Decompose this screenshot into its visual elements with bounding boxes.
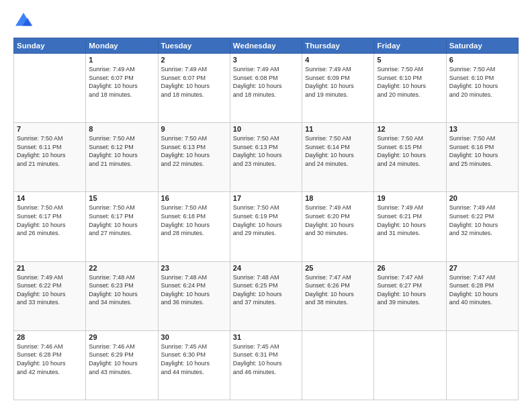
day-info: Sunrise: 7:49 AM Sunset: 6:07 PM Dayligh… xyxy=(89,65,154,99)
day-number: 1 xyxy=(89,56,154,64)
calendar-cell: 31Sunrise: 7:45 AM Sunset: 6:31 PM Dayli… xyxy=(230,330,302,400)
day-info: Sunrise: 7:49 AM Sunset: 6:22 PM Dayligh… xyxy=(17,273,83,307)
calendar-week-row: 14Sunrise: 7:50 AM Sunset: 6:17 PM Dayli… xyxy=(14,192,519,261)
calendar-cell: 10Sunrise: 7:50 AM Sunset: 6:13 PM Dayli… xyxy=(230,123,302,192)
calendar-week-row: 7Sunrise: 7:50 AM Sunset: 6:11 PM Daylig… xyxy=(14,123,519,192)
day-header-wednesday: Wednesday xyxy=(230,38,302,54)
calendar-cell: 30Sunrise: 7:45 AM Sunset: 6:30 PM Dayli… xyxy=(158,330,230,400)
day-info: Sunrise: 7:49 AM Sunset: 6:07 PM Dayligh… xyxy=(161,65,227,99)
calendar-week-row: 21Sunrise: 7:49 AM Sunset: 6:22 PM Dayli… xyxy=(14,261,519,330)
calendar-cell xyxy=(374,330,446,400)
day-info: Sunrise: 7:48 AM Sunset: 6:24 PM Dayligh… xyxy=(161,273,227,307)
day-info: Sunrise: 7:50 AM Sunset: 6:17 PM Dayligh… xyxy=(17,203,83,237)
day-number: 24 xyxy=(233,264,299,272)
calendar-week-row: 28Sunrise: 7:46 AM Sunset: 6:28 PM Dayli… xyxy=(14,330,519,400)
day-header-sunday: Sunday xyxy=(14,38,86,54)
calendar-cell: 29Sunrise: 7:46 AM Sunset: 6:29 PM Dayli… xyxy=(86,330,158,400)
calendar-cell: 11Sunrise: 7:50 AM Sunset: 6:14 PM Dayli… xyxy=(302,123,374,192)
calendar-cell: 17Sunrise: 7:50 AM Sunset: 6:19 PM Dayli… xyxy=(230,192,302,261)
day-number: 14 xyxy=(17,194,83,202)
day-number: 7 xyxy=(17,125,83,133)
day-info: Sunrise: 7:50 AM Sunset: 6:13 PM Dayligh… xyxy=(233,134,299,168)
day-number: 29 xyxy=(89,333,154,341)
day-number: 19 xyxy=(377,194,443,202)
calendar-cell: 14Sunrise: 7:50 AM Sunset: 6:17 PM Dayli… xyxy=(14,192,86,261)
calendar-cell: 1Sunrise: 7:49 AM Sunset: 6:07 PM Daylig… xyxy=(86,54,158,123)
calendar-cell: 13Sunrise: 7:50 AM Sunset: 6:16 PM Dayli… xyxy=(446,123,518,192)
calendar-cell: 15Sunrise: 7:50 AM Sunset: 6:17 PM Dayli… xyxy=(86,192,158,261)
calendar-cell xyxy=(14,54,86,123)
calendar-cell: 23Sunrise: 7:48 AM Sunset: 6:24 PM Dayli… xyxy=(158,261,230,330)
day-number: 8 xyxy=(89,125,154,133)
day-info: Sunrise: 7:49 AM Sunset: 6:08 PM Dayligh… xyxy=(233,65,299,99)
day-number: 2 xyxy=(161,56,227,64)
day-info: Sunrise: 7:50 AM Sunset: 6:12 PM Dayligh… xyxy=(89,134,154,168)
calendar-cell: 6Sunrise: 7:50 AM Sunset: 6:10 PM Daylig… xyxy=(446,54,518,123)
calendar-cell: 22Sunrise: 7:48 AM Sunset: 6:23 PM Dayli… xyxy=(86,261,158,330)
day-info: Sunrise: 7:49 AM Sunset: 6:21 PM Dayligh… xyxy=(377,203,443,237)
calendar-cell: 27Sunrise: 7:47 AM Sunset: 6:28 PM Dayli… xyxy=(446,261,518,330)
day-number: 4 xyxy=(305,56,371,64)
day-info: Sunrise: 7:50 AM Sunset: 6:19 PM Dayligh… xyxy=(233,203,299,237)
calendar-cell: 25Sunrise: 7:47 AM Sunset: 6:26 PM Dayli… xyxy=(302,261,374,330)
calendar-cell: 16Sunrise: 7:50 AM Sunset: 6:18 PM Dayli… xyxy=(158,192,230,261)
day-number: 6 xyxy=(449,56,515,64)
day-info: Sunrise: 7:45 AM Sunset: 6:31 PM Dayligh… xyxy=(233,342,299,376)
calendar-cell xyxy=(302,330,374,400)
day-number: 17 xyxy=(233,194,299,202)
day-number: 21 xyxy=(17,264,83,272)
day-number: 5 xyxy=(377,56,443,64)
day-info: Sunrise: 7:49 AM Sunset: 6:09 PM Dayligh… xyxy=(305,65,371,99)
page: SundayMondayTuesdayWednesdayThursdayFrid… xyxy=(0,0,532,411)
calendar-cell: 9Sunrise: 7:50 AM Sunset: 6:13 PM Daylig… xyxy=(158,123,230,192)
day-number: 13 xyxy=(449,125,515,133)
day-number: 30 xyxy=(161,333,227,341)
day-number: 10 xyxy=(233,125,299,133)
day-info: Sunrise: 7:46 AM Sunset: 6:29 PM Dayligh… xyxy=(89,342,154,376)
day-info: Sunrise: 7:50 AM Sunset: 6:14 PM Dayligh… xyxy=(305,134,371,168)
day-info: Sunrise: 7:50 AM Sunset: 6:17 PM Dayligh… xyxy=(89,203,154,237)
day-info: Sunrise: 7:49 AM Sunset: 6:20 PM Dayligh… xyxy=(305,203,371,237)
day-info: Sunrise: 7:50 AM Sunset: 6:11 PM Dayligh… xyxy=(17,134,83,168)
day-info: Sunrise: 7:50 AM Sunset: 6:16 PM Dayligh… xyxy=(449,134,515,168)
day-number: 11 xyxy=(305,125,371,133)
calendar-cell: 7Sunrise: 7:50 AM Sunset: 6:11 PM Daylig… xyxy=(14,123,86,192)
day-number: 22 xyxy=(89,264,154,272)
day-number: 12 xyxy=(377,125,443,133)
day-info: Sunrise: 7:48 AM Sunset: 6:23 PM Dayligh… xyxy=(89,273,154,307)
day-number: 3 xyxy=(233,56,299,64)
day-info: Sunrise: 7:47 AM Sunset: 6:28 PM Dayligh… xyxy=(449,273,515,307)
calendar-cell: 18Sunrise: 7:49 AM Sunset: 6:20 PM Dayli… xyxy=(302,192,374,261)
day-info: Sunrise: 7:50 AM Sunset: 6:13 PM Dayligh… xyxy=(161,134,227,168)
day-number: 20 xyxy=(449,194,515,202)
header xyxy=(13,11,519,31)
day-info: Sunrise: 7:49 AM Sunset: 6:22 PM Dayligh… xyxy=(449,203,515,237)
calendar-header-row: SundayMondayTuesdayWednesdayThursdayFrid… xyxy=(14,38,519,54)
calendar-cell: 4Sunrise: 7:49 AM Sunset: 6:09 PM Daylig… xyxy=(302,54,374,123)
day-info: Sunrise: 7:46 AM Sunset: 6:28 PM Dayligh… xyxy=(17,342,83,376)
calendar-cell: 5Sunrise: 7:50 AM Sunset: 6:10 PM Daylig… xyxy=(374,54,446,123)
day-info: Sunrise: 7:48 AM Sunset: 6:25 PM Dayligh… xyxy=(233,273,299,307)
day-number: 27 xyxy=(449,264,515,272)
day-info: Sunrise: 7:50 AM Sunset: 6:15 PM Dayligh… xyxy=(377,134,443,168)
calendar-cell: 19Sunrise: 7:49 AM Sunset: 6:21 PM Dayli… xyxy=(374,192,446,261)
logo-icon xyxy=(13,11,34,31)
day-info: Sunrise: 7:47 AM Sunset: 6:26 PM Dayligh… xyxy=(305,273,371,307)
day-number: 25 xyxy=(305,264,371,272)
day-info: Sunrise: 7:45 AM Sunset: 6:30 PM Dayligh… xyxy=(161,342,227,376)
calendar-cell: 20Sunrise: 7:49 AM Sunset: 6:22 PM Dayli… xyxy=(446,192,518,261)
day-number: 23 xyxy=(161,264,227,272)
day-header-monday: Monday xyxy=(86,38,158,54)
calendar-cell: 28Sunrise: 7:46 AM Sunset: 6:28 PM Dayli… xyxy=(14,330,86,400)
day-header-thursday: Thursday xyxy=(302,38,374,54)
day-info: Sunrise: 7:50 AM Sunset: 6:10 PM Dayligh… xyxy=(449,65,515,99)
day-header-friday: Friday xyxy=(374,38,446,54)
calendar-cell: 24Sunrise: 7:48 AM Sunset: 6:25 PM Dayli… xyxy=(230,261,302,330)
day-number: 15 xyxy=(89,194,154,202)
day-number: 16 xyxy=(161,194,227,202)
day-number: 31 xyxy=(233,333,299,341)
calendar-cell xyxy=(446,330,518,400)
day-number: 9 xyxy=(161,125,227,133)
calendar-cell: 12Sunrise: 7:50 AM Sunset: 6:15 PM Dayli… xyxy=(374,123,446,192)
calendar-cell: 3Sunrise: 7:49 AM Sunset: 6:08 PM Daylig… xyxy=(230,54,302,123)
